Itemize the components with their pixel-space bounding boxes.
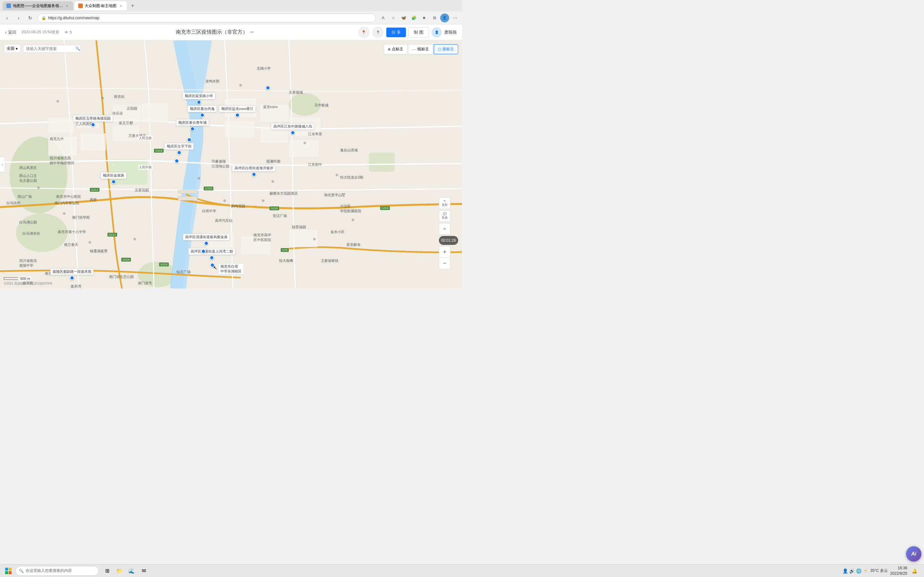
marker-yudai-hd-label: 顺庆区玉带路海德花园 (73, 115, 113, 122)
marker-taitai-qnc[interactable]: 顺庆区泰台青年城 (176, 119, 209, 131)
svg-rect-11 (48, 137, 77, 156)
search-box[interactable]: 🔍 (23, 45, 81, 53)
svg-point-25 (57, 100, 59, 103)
search-input[interactable] (26, 47, 74, 51)
extensions-icon[interactable]: 🧩 (409, 13, 418, 23)
svg-point-39 (223, 199, 226, 202)
marker-lancoco[interactable]: 顺庆区盐光coco香江 (219, 105, 256, 117)
marker-yananjiaoxue[interactable]: 顺庆区延安路小学 (183, 93, 215, 105)
marker-yudai-hd[interactable]: 顺庆区玉带路海德花园 (73, 115, 113, 127)
menu-button[interactable]: ⋯ (451, 13, 459, 23)
marker-qingxi-zijingang[interactable]: 高坪区清溪街道春风紫金港 (183, 234, 230, 245)
marker-extra3-dot (174, 159, 179, 163)
back-label: 返回 (8, 29, 16, 35)
map-title-text: 南充市三区疫情图示（非官方） (176, 29, 248, 35)
location-settings-button[interactable]: 📍 (358, 27, 370, 38)
svg-point-27 (239, 84, 242, 87)
search-icon[interactable]: 🔍 (75, 47, 80, 51)
marker-jinquan-lu-label: 顺庆区金泉路 (101, 172, 126, 179)
dot-mark-label: 点标主 (392, 47, 403, 52)
road-gold-spring (112, 165, 114, 165)
marker-jialj-jiaheyuan-dot (69, 276, 74, 280)
region-selector[interactable]: 全国 ▾ (4, 44, 21, 53)
svg-point-35 (63, 212, 65, 215)
line-mark-label: 线标主 (417, 47, 429, 52)
svg-point-34 (37, 187, 40, 189)
update-info: 2022-08-25 15:54更新 (21, 29, 60, 35)
badge-g318-1: G318 (154, 149, 164, 153)
marker-extra5-dot (210, 263, 215, 268)
favorites-bar-icon[interactable]: ★ (420, 13, 429, 23)
translate-icon[interactable]: A (379, 13, 388, 23)
zoom-in-button[interactable]: + (439, 246, 451, 258)
svg-rect-12 (80, 133, 106, 151)
marker-extra3[interactable] (174, 159, 179, 163)
map-container[interactable]: 西山风景区 西山人口文化主题公园 西山广场 白马湖公园 白马湖水街 白马街村 北… (0, 40, 462, 288)
profile-button[interactable]: 👤 (440, 13, 449, 23)
back-button[interactable]: ‹ (3, 13, 11, 23)
marker-shizi-xj[interactable]: 顺庆区仕字下街 (165, 143, 194, 155)
collections-icon[interactable]: ⧉ (430, 13, 439, 23)
marker-shizi-xj-dot (177, 150, 181, 155)
tab-1[interactable]: 地图慧——企业地图服务领导品... × (3, 1, 73, 10)
browser-icon[interactable]: 🦋 (399, 13, 408, 23)
back-to-list-button[interactable]: ‹ 返回 (5, 29, 16, 35)
marker-sutai-shanyi[interactable]: 顺庆区素台尚逸 (188, 105, 217, 117)
marker-extra1-dot (266, 85, 270, 90)
marker-extra5[interactable] (210, 263, 215, 268)
comment-button[interactable]: ✉ (439, 223, 451, 235)
marker-extra4[interactable] (201, 249, 206, 253)
new-tab-button[interactable]: + (128, 1, 137, 10)
forward-button[interactable]: › (14, 13, 23, 23)
tab2-favicon (78, 3, 83, 8)
edit-title-icon[interactable]: ✏ (250, 30, 254, 35)
scale-bar (4, 277, 18, 280)
marker-jiangdong-mc[interactable]: 高坪区江东中路慢城八岛 (271, 123, 314, 135)
area-mark-button[interactable]: ⬡ 面标主 (434, 44, 458, 54)
area-mark-label: 面标主 (443, 47, 454, 52)
share-button[interactable]: 分 享 (386, 27, 406, 37)
badge-g318-2: G318 (204, 187, 213, 190)
svg-point-33 (262, 199, 264, 202)
marker-jialj-jiaheyuan[interactable]: 嘉陵区都尉路一段嘉禾苑 (50, 268, 94, 280)
tab2-close[interactable]: × (118, 3, 123, 8)
svg-rect-8 (178, 190, 197, 193)
feedback-button[interactable]: 💬 客服 (439, 210, 451, 222)
marker-jinquan-lu[interactable]: 顺庆区金泉路 (101, 172, 126, 184)
badge-g318-4: G318 (380, 206, 390, 210)
make-map-button[interactable]: 制 图 (409, 27, 429, 37)
refresh-icon: ↻ (443, 199, 446, 203)
back-arrow-icon: ‹ (5, 30, 7, 35)
refresh-button[interactable]: ↻ 更新 (439, 197, 451, 209)
badge-g318-3: G318 (270, 206, 279, 210)
marker-qingxi-shanghewan[interactable]: 高坪区清溪街道上河湾二期 (188, 248, 235, 260)
region-dropdown-icon: ▾ (16, 47, 18, 51)
address-bar[interactable]: 🔒 https://g.dituhui.com/new/map (37, 13, 376, 23)
dot-mark-button[interactable]: 点标主 (384, 44, 407, 54)
marker-baita-haiyangja[interactable]: 高坪区白塔街道海洋俊岸 (232, 165, 276, 177)
marker-sutai-shanyi-label: 顺庆区素台尚逸 (188, 105, 217, 112)
marker-extra2[interactable] (187, 137, 192, 142)
tab-2[interactable]: 大众制图·标主地图 × (74, 1, 127, 10)
marker-yananjiaoxue-dot (197, 100, 201, 105)
marker-extra1[interactable] (266, 85, 270, 90)
help-button[interactable]: ? (372, 27, 384, 38)
marker-jiangdong-mc-dot (290, 131, 295, 135)
marker-baita-haiyangja-label: 高坪区白塔街道海洋俊岸 (232, 165, 276, 171)
nav-bar: ‹ › ↻ 🔒 https://g.dituhui.com/new/map A … (0, 11, 462, 24)
road-renmin-zhong: 人民中路 (138, 165, 153, 170)
map-toolbar-right: 点标主 — 线标主 ⬡ 面标主 (384, 44, 458, 54)
svg-point-5 (289, 93, 321, 116)
line-mark-icon: — (412, 47, 416, 52)
refresh-button[interactable]: ↻ (26, 13, 35, 23)
user-avatar[interactable]: 👤 (431, 27, 442, 37)
side-panel-toggle[interactable]: › (0, 157, 5, 172)
marker-jiangdong-mc-label: 高坪区江东中路慢城八岛 (271, 123, 314, 130)
refresh-label: 更新 (442, 203, 447, 207)
line-mark-button[interactable]: — 线标主 (408, 44, 433, 54)
zoom-out-button[interactable]: − (439, 258, 451, 269)
road-renmin-bei: 人民北路 (138, 135, 153, 141)
favorites-icon[interactable]: ☆ (389, 13, 398, 23)
tab1-close[interactable]: × (65, 3, 69, 8)
marker-yananjiaoxue-label: 顺庆区延安路小学 (183, 93, 215, 99)
